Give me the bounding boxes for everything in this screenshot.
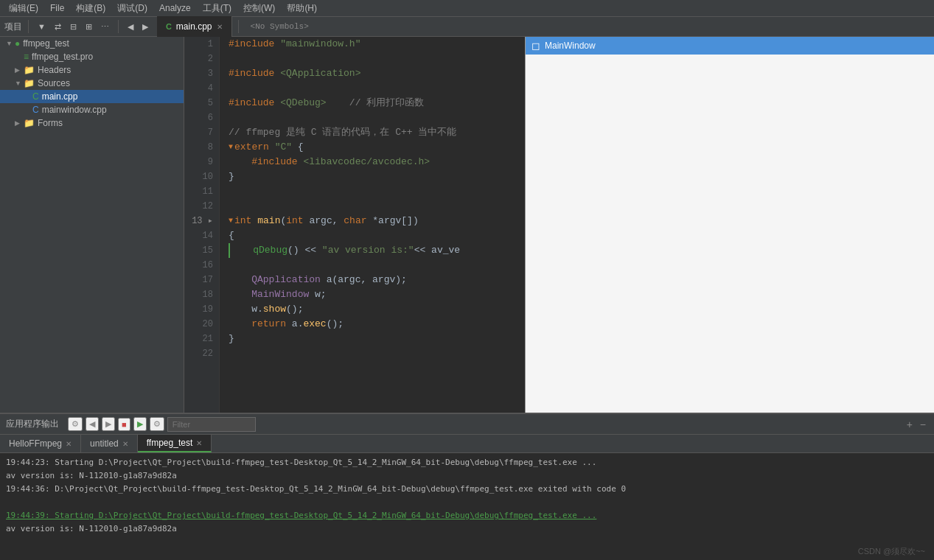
line-num-15: 15 bbox=[190, 243, 213, 258]
filter-input[interactable] bbox=[167, 417, 256, 432]
output-line-5: 19:44:39: Starting D:\Project\Qt_Project… bbox=[6, 509, 928, 522]
menu-analyze[interactable]: Analyze bbox=[153, 1, 197, 15]
code-line-2 bbox=[229, 52, 516, 66]
line-num-6: 6 bbox=[190, 111, 213, 125]
sidebar-item-mainwindow-cpp[interactable]: C mainwindow.cpp bbox=[0, 103, 184, 116]
menu-tools[interactable]: 工具(T) bbox=[197, 1, 237, 16]
line-num-3: 3 bbox=[190, 66, 213, 81]
output-tab-ffmpeg-test[interactable]: ffmpeg_test ✕ bbox=[138, 435, 212, 452]
window-title: MainWindow bbox=[545, 41, 596, 51]
tab-helloffmpeg-close[interactable]: ✕ bbox=[66, 440, 72, 448]
output-run-btn[interactable]: ▶ bbox=[133, 417, 147, 431]
sidebar-main-cpp-label: main.cpp bbox=[42, 91, 78, 102]
toolbar-collapse-btn[interactable]: ⊟ bbox=[67, 21, 80, 33]
sidebar-pro-label: ffmpeg_test.pro bbox=[32, 52, 93, 62]
code-line-9: #include <libavcodec/avcodec.h> bbox=[229, 155, 516, 169]
arrow-icon: ▼ bbox=[6, 40, 15, 47]
line-num-17: 17 bbox=[190, 273, 213, 287]
output-settings-btn[interactable]: ⚙ bbox=[68, 417, 83, 431]
csdn-watermark: CSDN @须尽欢~~ bbox=[858, 546, 925, 557]
output-toolbar: 应用程序输出 ⚙ ◀ ▶ ■ ▶ ⚙ + − bbox=[0, 414, 934, 435]
line-num-19: 19 bbox=[190, 302, 213, 317]
output-stop-btn[interactable]: ■ bbox=[118, 418, 130, 431]
editor-tabbar: C main.cpp ✕ bbox=[157, 16, 232, 37]
line-numbers: 1 2 3 4 5 6 7 8 9 10 11 12 13 ▸ 14 15 16… bbox=[184, 37, 220, 413]
plus-btn[interactable]: + bbox=[905, 419, 915, 430]
output-nav-back-btn[interactable]: ◀ bbox=[86, 417, 99, 431]
minus-btn[interactable]: − bbox=[918, 419, 928, 430]
line-num-9: 9 bbox=[190, 155, 213, 169]
editor-tab-main-cpp[interactable]: C main.cpp ✕ bbox=[157, 16, 232, 37]
pro-icon: ≡ bbox=[24, 52, 29, 62]
sidebar-project-label: ffmpeg_test bbox=[23, 38, 69, 49]
sidebar-item-pro[interactable]: ≡ ffmpeg_test.pro bbox=[0, 50, 184, 63]
toolbar-filter-btn[interactable]: ▼ bbox=[35, 21, 49, 32]
close-icon[interactable]: ✕ bbox=[217, 23, 223, 31]
code-editor[interactable]: 1 2 3 4 5 6 7 8 9 10 11 12 13 ▸ 14 15 16… bbox=[184, 37, 525, 413]
cpp-file-icon2: C bbox=[32, 105, 39, 115]
line-num-4: 4 bbox=[190, 81, 213, 96]
folder-icon: 📁 bbox=[24, 118, 35, 128]
code-content[interactable]: #include "mainwindow.h" #include <QAppli… bbox=[220, 37, 525, 413]
toolbar-more-btn[interactable]: ⋯ bbox=[98, 21, 112, 33]
output-tab-untitled[interactable]: untitled ✕ bbox=[81, 435, 138, 452]
toolbar-sep3 bbox=[238, 20, 239, 33]
code-line-19: w.show(); bbox=[229, 302, 516, 317]
menu-build[interactable]: 构建(B) bbox=[70, 1, 111, 16]
output-label: 应用程序输出 bbox=[6, 418, 59, 430]
toolbar-link-btn[interactable]: ⇄ bbox=[52, 21, 64, 33]
menu-edit[interactable]: 编辑(E) bbox=[3, 1, 44, 16]
sidebar-item-sources[interactable]: ▼ 📁 Sources bbox=[0, 77, 184, 90]
no-symbols-label: <No Symbols> bbox=[245, 22, 315, 31]
tab-nav-forward[interactable]: ▶ bbox=[139, 21, 151, 33]
line-num-20: 20 bbox=[190, 317, 213, 332]
line-num-8: 8 bbox=[190, 140, 213, 155]
line-num-13: 13 ▸ bbox=[190, 214, 213, 228]
bottom-panel: 应用程序输出 ⚙ ◀ ▶ ■ ▶ ⚙ + − HelloFFmpeg ✕ unt… bbox=[0, 413, 934, 560]
toolbar-separator bbox=[28, 20, 29, 33]
menu-debug[interactable]: 调试(D) bbox=[111, 1, 153, 16]
cpp-file-icon: C bbox=[32, 91, 39, 102]
tab-untitled-close[interactable]: ✕ bbox=[122, 440, 128, 448]
output-line-1: 19:44:23: Starting D:\Project\Qt_Project… bbox=[6, 456, 928, 469]
sidebar-headers-label: Headers bbox=[38, 65, 71, 75]
line-num-16: 16 bbox=[190, 258, 213, 273]
tab-ffmpeg-test-close[interactable]: ✕ bbox=[196, 439, 202, 447]
line-num-1: 1 bbox=[190, 37, 213, 52]
code-line-10: } bbox=[229, 169, 516, 184]
code-line-21: } bbox=[229, 332, 516, 346]
code-line-18: MainWindow w; bbox=[229, 287, 516, 302]
menubar: 编辑(E) File 构建(B) 调试(D) Analyze 工具(T) 控制(… bbox=[0, 0, 934, 16]
line-num-12: 12 bbox=[190, 199, 213, 214]
code-line-12 bbox=[229, 199, 516, 214]
output-content: 19:44:23: Starting D:\Project\Qt_Project… bbox=[0, 453, 934, 560]
code-line-13: ▼int main(int argc, char *argv[]) bbox=[229, 214, 516, 228]
tab-label: main.cpp bbox=[176, 21, 212, 32]
toolbar-expand-btn[interactable]: ⊞ bbox=[83, 21, 95, 33]
project-label: 项目 bbox=[4, 21, 22, 33]
right-panel-body bbox=[526, 55, 934, 413]
line-num-22: 22 bbox=[190, 346, 213, 361]
code-line-22 bbox=[229, 346, 516, 361]
arrow-icon: ▼ bbox=[15, 80, 24, 87]
code-line-11 bbox=[229, 184, 516, 199]
main-toolbar: 项目 ▼ ⇄ ⊟ ⊞ ⋯ ◀ ▶ C main.cpp ✕ <No Symbol… bbox=[0, 16, 934, 37]
output-tabs: HelloFFmpeg ✕ untitled ✕ ffmpeg_test ✕ bbox=[0, 435, 934, 453]
sidebar-forms-label: Forms bbox=[38, 118, 63, 128]
plus-minus-controls: + − bbox=[905, 419, 928, 430]
sidebar-item-ffmpeg-test[interactable]: ▼ ● ffmpeg_test bbox=[0, 37, 184, 50]
menu-file[interactable]: File bbox=[44, 1, 70, 15]
tab-nav-back[interactable]: ◀ bbox=[125, 21, 136, 33]
sidebar-item-headers[interactable]: ▶ 📁 Headers bbox=[0, 63, 184, 77]
output-nav-fwd-btn[interactable]: ▶ bbox=[102, 417, 115, 431]
content-area: ▼ ● ffmpeg_test ≡ ffmpeg_test.pro ▶ 📁 He… bbox=[0, 37, 934, 413]
code-line-5: #include <QDebug> // 利用打印函数 bbox=[229, 96, 516, 111]
output-tab-helloffmpeg[interactable]: HelloFFmpeg ✕ bbox=[0, 435, 81, 452]
output-line-4 bbox=[6, 496, 928, 509]
menu-help[interactable]: 帮助(H) bbox=[281, 1, 323, 16]
menu-control[interactable]: 控制(W) bbox=[237, 1, 281, 16]
sidebar-item-forms[interactable]: ▶ 📁 Forms bbox=[0, 116, 184, 130]
output-gear-btn[interactable]: ⚙ bbox=[150, 417, 164, 431]
sidebar-item-main-cpp[interactable]: C main.cpp bbox=[0, 90, 184, 103]
output-line-3: 19:44:36: D:\Project\Qt_Project\build-ff… bbox=[6, 483, 928, 496]
